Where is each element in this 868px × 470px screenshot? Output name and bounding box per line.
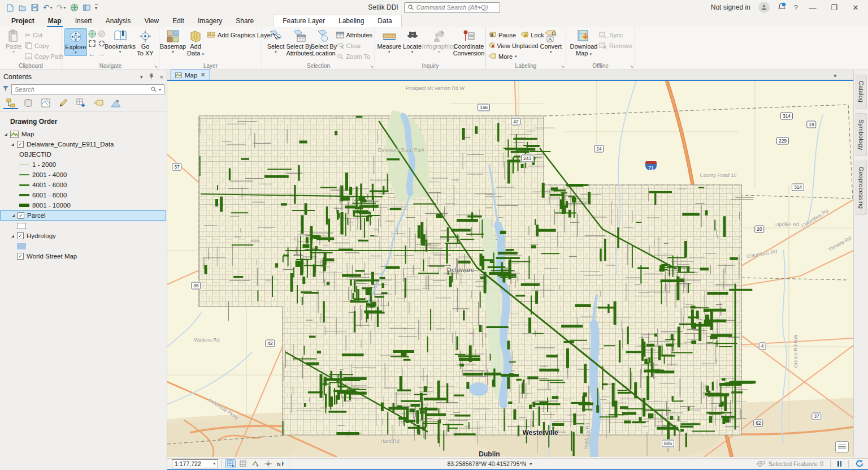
dock-tab-catalog[interactable]: Catalog [856,75,867,109]
notifications-icon[interactable] [778,2,786,12]
map-grid-icon[interactable] [238,459,248,468]
ribbon-tab-share[interactable]: Share [229,15,261,27]
layer-checkbox[interactable]: ✓ [17,232,24,239]
add-data-button[interactable]: AddData ▾ [184,28,207,58]
list-by-labeling-tab[interactable] [92,99,105,109]
north-compass-icon[interactable]: N [275,459,285,468]
view-tabs-menu-icon[interactable]: ▾ [834,73,836,79]
convert-labels-button[interactable]: A Convert▾ [538,28,563,55]
explore-button[interactable]: Explore▾ [64,28,87,56]
ribbon-tab-imagery[interactable]: Imagery [191,15,229,27]
expander-icon[interactable] [11,235,14,238]
attributes-button[interactable]: Attributes [336,30,372,40]
ribbon-tab-map[interactable]: Map [41,15,68,27]
selection-launcher-icon[interactable]: ↘ [370,64,374,69]
panel-menu-icon[interactable]: ▾ [140,74,143,80]
project-view-icon[interactable] [83,3,91,12]
offline-launcher-icon[interactable]: ↘ [630,64,633,69]
legend-line-swatch[interactable] [19,184,29,186]
dock-tab-geoprocessing[interactable]: Geoprocessing [856,161,867,215]
crosshair-icon[interactable] [263,459,273,468]
expander-icon[interactable] [11,143,14,146]
dock-tab-symbology[interactable]: Symbology [856,113,867,156]
list-by-perspective-tab[interactable] [110,99,122,109]
open-project-icon[interactable] [18,3,27,12]
ribbon-tab-labeling[interactable]: Labeling [332,15,371,27]
scale-select[interactable]: 1:177,722 ▾ [172,459,218,468]
view-unplaced-button[interactable]: View Unplaced [488,41,538,50]
hydrology-symbol-row[interactable] [0,241,167,251]
list-by-data-source-tab[interactable] [22,98,34,109]
ribbon-tab-project[interactable]: Project [5,15,41,27]
list-by-drawing-order-tab[interactable] [5,98,17,109]
measure-button[interactable]: Measure▾ [377,28,401,55]
pause-labeling-button[interactable]: Pause [488,30,516,40]
close-button[interactable]: ✕ [849,3,862,12]
legend-class-row[interactable]: 2001 - 4000 [0,170,167,180]
navigate-launcher-icon[interactable]: ↘ [154,64,158,69]
layer-checkbox[interactable]: ✓ [17,141,24,148]
account-avatar[interactable] [758,2,770,13]
ribbon-tab-data[interactable]: Data [371,15,398,27]
new-project-icon[interactable] [6,3,14,12]
legend-class-row[interactable]: 6001 - 8000 [0,190,167,200]
download-map-button[interactable]: DownloadMap ▾ [568,28,599,58]
fixed-zoom-in-icon[interactable] [88,40,96,49]
sign-in-status[interactable]: Not signed in [711,3,750,11]
snap-grid-icon[interactable] [225,459,236,468]
parcel-swatch[interactable] [17,223,26,229]
legend-line-swatch[interactable] [19,174,29,175]
redo-button[interactable]: ↷▾ [57,3,66,12]
save-project-icon[interactable] [31,3,39,12]
feature-cache-icon[interactable] [250,459,261,468]
panel-close-icon[interactable]: × [160,74,163,80]
expander-icon[interactable] [5,133,7,136]
ribbon-tab-view[interactable]: View [137,15,166,27]
list-by-snapping-tab[interactable] [75,98,87,109]
bookmarks-button[interactable]: Bookmarks▾ [106,28,134,55]
help-icon[interactable]: ? [794,3,798,12]
refresh-icon[interactable] [856,460,863,468]
select-button[interactable]: Select▾ [264,28,287,55]
legend-class-row[interactable]: 1 - 2000 [0,159,167,170]
layer-checkbox[interactable]: ✓ [18,212,24,219]
map-view-tab[interactable]: Map ✕ [171,70,210,80]
pause-drawing-icon[interactable] [837,461,841,467]
select-by-attributes-button[interactable]: Select ByAttributes [287,28,311,58]
close-tab-icon[interactable]: ✕ [200,71,205,79]
search-options-icon[interactable]: ▾ [159,87,161,92]
contents-search-input[interactable]: Search ▾ [11,84,164,94]
labeling-launcher-icon[interactable]: ↘ [561,64,565,69]
minimize-button[interactable]: — [806,3,819,12]
command-search-input[interactable]: Command Search (Alt+Q) [404,2,500,13]
list-by-editing-tab[interactable] [57,98,70,109]
qat-customize-icon[interactable]: ▾ [95,4,98,11]
pin-icon[interactable] [149,73,154,81]
ribbon-tab-insert[interactable]: Insert [68,15,99,27]
filter-icon[interactable] [2,85,9,94]
legend-line-swatch[interactable] [19,194,29,196]
basemap-button[interactable]: Basemap▾ [162,28,184,55]
tree-node-map[interactable]: Map [0,129,167,139]
legend-line-swatch[interactable] [19,165,29,165]
explore-globe-icon[interactable] [70,3,79,12]
parcel-symbol-row[interactable] [0,221,167,231]
list-by-selection-tab[interactable] [40,98,52,109]
map-overview-widget[interactable] [835,441,849,452]
ribbon-tab-feature-layer[interactable]: Feature Layer [276,15,332,27]
more-labeling-button[interactable]: More▾ [488,51,538,61]
ribbon-tab-analysis[interactable]: Analysis [99,15,138,27]
tree-node-basemap[interactable]: ✓ World Street Map [0,251,167,261]
locate-button[interactable]: Locate▾ [401,28,424,55]
back-extent-icon[interactable]: ← [88,50,96,58]
go-to-xy-button[interactable]: GoTo XY [134,28,157,58]
tree-node-hydrology[interactable]: ✓ Hydrology [0,231,167,241]
full-extent-icon[interactable] [88,30,96,40]
map-canvas[interactable]: Prospect Mt Vernon Rd WDelaware State Pa… [167,81,853,457]
undo-button[interactable]: ↶▾ [43,3,53,12]
legend-class-row[interactable]: 4001 - 6000 [0,180,167,190]
expander-icon[interactable] [12,214,15,217]
select-by-location-button[interactable]: Select ByLocation [311,28,336,58]
cursor-coordinates[interactable]: 83.2585678°W 40.4152795°N ▾ [448,460,532,467]
restore-button[interactable]: ❐ [827,3,841,12]
